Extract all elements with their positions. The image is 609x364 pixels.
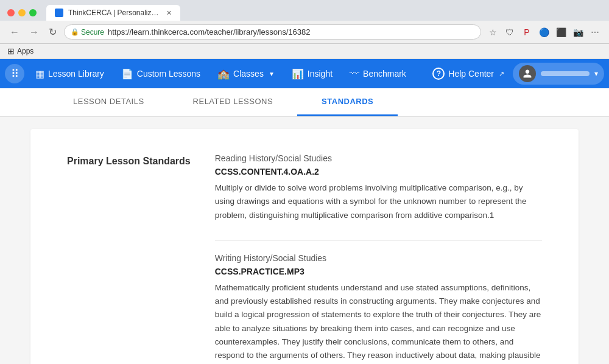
apps-label[interactable]: Apps: [17, 47, 33, 55]
tab-close-icon[interactable]: ✕: [166, 9, 172, 17]
pinterest-icon: P: [520, 27, 533, 37]
back-button[interactable]: ←: [7, 26, 22, 39]
window-controls[interactable]: [7, 9, 37, 16]
browser-window: ThinkCERCA | Personalized Li... ✕ ← → ↻ …: [0, 0, 609, 364]
benchmark-icon: 〰: [350, 68, 359, 79]
forward-button[interactable]: →: [27, 26, 41, 39]
nav-item-benchmark[interactable]: 〰 Benchmark: [341, 59, 415, 88]
bookmarks-bar: ⊞ Apps: [0, 44, 609, 59]
url-text: https://learn.thinkcerca.com/teacher/lib…: [108, 27, 310, 37]
page-tabs: LESSON DETAILS RELATED LESSONS STANDARDS: [0, 88, 609, 117]
browser-toolbar: ← → ↻ 🔒 Secure https://learn.thinkcerca.…: [0, 21, 609, 44]
minimize-button[interactable]: [18, 9, 26, 16]
nav-label-insight: Insight: [308, 69, 333, 79]
extension-icon2: ⬛: [554, 27, 568, 37]
user-menu-button[interactable]: ▾: [513, 63, 604, 85]
user-name: [541, 71, 590, 76]
standard-description-1: Multiply or divide to solve word problem…: [215, 181, 542, 222]
nav-label-lesson-library: Lesson Library: [48, 69, 104, 79]
classes-icon: 🏫: [217, 68, 230, 80]
standards-section: Primary Lesson Standards Reading History…: [67, 153, 542, 364]
standard-code-1: CCSS.CONTENT.4.OA.A.2: [215, 167, 542, 177]
standard-category-1: Reading History/Social Studies: [215, 153, 542, 163]
nav-right: ? Help Center ↗ ▾: [426, 63, 604, 85]
insight-chart-icon: 📊: [292, 68, 304, 80]
classes-dropdown-icon: ▼: [269, 71, 275, 77]
close-button[interactable]: [7, 9, 15, 16]
standard-item-2: Writing History/Social Studies CCSS.PRAC…: [215, 253, 542, 364]
nav-label-custom-lessons: Custom Lessons: [137, 69, 200, 79]
settings-icon[interactable]: ⋯: [588, 27, 602, 37]
apps-grid-icon[interactable]: ⊞: [7, 46, 15, 56]
tab-title: ThinkCERCA | Personalized Li...: [68, 9, 161, 17]
reload-button[interactable]: ↻: [46, 25, 59, 39]
standard-item-1: Reading History/Social Studies CCSS.CONT…: [215, 153, 542, 222]
standards-divider: [215, 240, 542, 241]
external-link-icon: ↗: [499, 70, 504, 78]
extension-icon3: 📷: [571, 27, 585, 37]
browser-titlebar: ThinkCERCA | Personalized Li... ✕: [0, 0, 609, 21]
standard-description-2: Mathematically proficient students under…: [215, 281, 542, 364]
extension-icon1: 🔵: [537, 27, 551, 37]
nav-item-custom-lessons[interactable]: 📄 Custom Lessons: [113, 59, 209, 88]
help-icon: ?: [432, 68, 445, 80]
nav-label-benchmark: Benchmark: [363, 69, 406, 79]
star-icon[interactable]: ☆: [486, 27, 499, 37]
nav-item-classes[interactable]: 🏫 Classes ▼: [209, 59, 283, 88]
shield-icon: 🛡: [503, 27, 516, 37]
tab-related-lessons[interactable]: RELATED LESSONS: [169, 88, 298, 116]
nav-item-lesson-library[interactable]: ▦ Lesson Library: [27, 59, 113, 88]
custom-lessons-icon: 📄: [121, 68, 133, 80]
lock-icon: 🔒: [71, 28, 79, 36]
standard-category-2: Writing History/Social Studies: [215, 253, 542, 263]
address-bar[interactable]: 🔒 Secure https://learn.thinkcerca.com/te…: [64, 24, 481, 40]
lesson-library-icon: ▦: [35, 68, 44, 80]
tab-favicon: [55, 9, 63, 17]
user-dropdown-icon: ▾: [594, 69, 598, 78]
nav-label-classes: Classes: [233, 69, 264, 79]
help-center-button[interactable]: ? Help Center ↗: [426, 68, 510, 80]
section-label: Primary Lesson Standards: [67, 153, 191, 364]
page-content: Primary Lesson Standards Reading History…: [0, 117, 609, 364]
tab-lesson-details[interactable]: LESSON DETAILS: [49, 88, 169, 116]
tab-standards[interactable]: STANDARDS: [297, 88, 398, 116]
help-label: Help Center: [448, 69, 494, 79]
standards-list: Reading History/Social Studies CCSS.CONT…: [215, 153, 542, 364]
browser-tab[interactable]: ThinkCERCA | Personalized Li... ✕: [46, 5, 180, 21]
nav-item-insight[interactable]: 📊 Insight: [283, 59, 341, 88]
standards-card: Primary Lesson Standards Reading History…: [30, 129, 579, 364]
user-avatar: [519, 65, 536, 82]
logo-icon: ⠿: [11, 67, 19, 80]
toolbar-icons: ☆ 🛡 P 🔵 ⬛ 📷 ⋯: [486, 27, 602, 37]
secure-badge: 🔒 Secure: [71, 28, 104, 37]
app-logo: ⠿: [5, 64, 24, 83]
standard-code-2: CCSS.PRACTICE.MP3: [215, 267, 542, 276]
app-navbar: ⠿ ▦ Lesson Library 📄 Custom Lessons 🏫 Cl…: [0, 59, 609, 88]
maximize-button[interactable]: [29, 9, 37, 16]
